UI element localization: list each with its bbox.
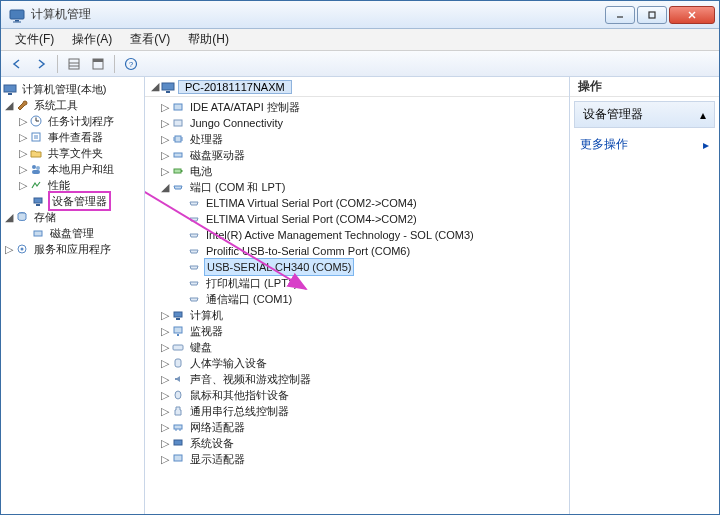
expand-icon[interactable]: ▷ bbox=[17, 113, 29, 129]
users-icon bbox=[29, 162, 43, 176]
collapse-icon[interactable]: ◢ bbox=[159, 179, 171, 195]
chevron-right-icon: ▸ bbox=[703, 138, 709, 152]
left-tree[interactable]: 计算机管理(本地) ◢ 系统工具 ▷任务计划程序 ▷事件查看器 ▷共享文件夹 bbox=[3, 81, 142, 257]
expand-icon[interactable]: ▷ bbox=[159, 115, 171, 131]
toolbar-view-icon[interactable] bbox=[64, 54, 84, 74]
expand-icon[interactable]: ▷ bbox=[159, 403, 171, 419]
maximize-button[interactable] bbox=[637, 6, 667, 24]
svg-point-50 bbox=[175, 391, 181, 399]
svg-rect-35 bbox=[174, 120, 182, 126]
expand-icon[interactable]: ▷ bbox=[159, 419, 171, 435]
performance-icon bbox=[29, 178, 43, 192]
expand-icon[interactable]: ▷ bbox=[17, 129, 29, 145]
dev-mouse[interactable]: ▷鼠标和其他指针设备 bbox=[145, 387, 569, 403]
dev-processor[interactable]: ▷处理器 bbox=[145, 131, 569, 147]
expand-icon[interactable]: ▷ bbox=[17, 145, 29, 161]
port-icon bbox=[171, 180, 185, 194]
dev-computer[interactable]: ▷计算机 bbox=[145, 307, 569, 323]
menu-file[interactable]: 文件(F) bbox=[7, 29, 62, 50]
back-button[interactable] bbox=[7, 54, 27, 74]
expand-icon[interactable]: ▷ bbox=[159, 147, 171, 163]
svg-rect-19 bbox=[32, 133, 40, 141]
close-button[interactable] bbox=[669, 6, 715, 24]
left-event-viewer[interactable]: ▷事件查看器 bbox=[3, 129, 142, 145]
port-item[interactable]: ELTIMA Virtual Serial Port (COM2->COM4) bbox=[145, 195, 569, 211]
dev-keyboard[interactable]: ▷键盘 bbox=[145, 339, 569, 355]
dev-display[interactable]: ▷显示适配器 bbox=[145, 451, 569, 467]
left-task-scheduler[interactable]: ▷任务计划程序 bbox=[3, 113, 142, 129]
expand-icon[interactable]: ▷ bbox=[159, 339, 171, 355]
left-shared-folders[interactable]: ▷共享文件夹 bbox=[3, 145, 142, 161]
left-services-apps[interactable]: ▷服务和应用程序 bbox=[3, 241, 142, 257]
dev-system[interactable]: ▷系统设备 bbox=[145, 435, 569, 451]
svg-rect-44 bbox=[174, 312, 182, 317]
svg-rect-1 bbox=[15, 20, 19, 22]
expand-icon[interactable]: ▷ bbox=[159, 387, 171, 403]
com-port-icon bbox=[187, 292, 201, 306]
mid-header-label[interactable]: PC-20181117NAXM bbox=[178, 80, 292, 94]
folder-icon bbox=[29, 146, 43, 160]
port-item[interactable]: ELTIMA Virtual Serial Port (COM4->COM2) bbox=[145, 211, 569, 227]
right-section-device-mgr[interactable]: 设备管理器 ▴ bbox=[574, 101, 715, 128]
forward-button[interactable] bbox=[31, 54, 51, 74]
content-area: 计算机管理(本地) ◢ 系统工具 ▷任务计划程序 ▷事件查看器 ▷共享文件夹 bbox=[1, 77, 719, 514]
dev-battery[interactable]: ▷电池 bbox=[145, 163, 569, 179]
toolbar-sep bbox=[57, 55, 58, 73]
port-item[interactable]: 通信端口 (COM1) bbox=[145, 291, 569, 307]
expand-icon[interactable]: ▷ bbox=[159, 451, 171, 467]
collapse-icon[interactable]: ◢ bbox=[3, 97, 15, 113]
expand-icon[interactable]: ▷ bbox=[159, 131, 171, 147]
dev-monitor[interactable]: ▷监视器 bbox=[145, 323, 569, 339]
svg-rect-31 bbox=[162, 83, 174, 90]
left-device-manager[interactable]: 设备管理器 bbox=[3, 193, 142, 209]
expand-icon[interactable]: ▷ bbox=[159, 323, 171, 339]
port-item[interactable]: Intel(R) Active Management Technology - … bbox=[145, 227, 569, 243]
device-tree[interactable]: ▷IDE ATA/ATAPI 控制器 ▷Jungo Connectivity ▷… bbox=[145, 97, 569, 469]
dev-network[interactable]: ▷网络适配器 bbox=[145, 419, 569, 435]
dev-jungo[interactable]: ▷Jungo Connectivity bbox=[145, 115, 569, 131]
port-item-ch340[interactable]: USB-SERIAL CH340 (COM5) bbox=[145, 259, 569, 275]
dev-ports[interactable]: ◢端口 (COM 和 LPT) bbox=[145, 179, 569, 195]
dev-ide[interactable]: ▷IDE ATA/ATAPI 控制器 bbox=[145, 99, 569, 115]
expand-icon[interactable]: ▷ bbox=[159, 163, 171, 179]
label: 磁盘驱动器 bbox=[188, 147, 247, 163]
menu-action[interactable]: 操作(A) bbox=[64, 29, 120, 50]
dev-disk-drive[interactable]: ▷磁盘驱动器 bbox=[145, 147, 569, 163]
minimize-button[interactable] bbox=[605, 6, 635, 24]
menu-bar: 文件(F) 操作(A) 查看(V) 帮助(H) bbox=[1, 29, 719, 51]
wrench-icon bbox=[15, 98, 29, 112]
expand-icon[interactable]: ▷ bbox=[159, 99, 171, 115]
left-storage[interactable]: ◢存储 bbox=[3, 209, 142, 225]
port-item[interactable]: 打印机端口 (LPT1) bbox=[145, 275, 569, 291]
dev-usb-bus[interactable]: ▷通用串行总线控制器 bbox=[145, 403, 569, 419]
label: Intel(R) Active Management Technology - … bbox=[204, 227, 476, 243]
expand-icon[interactable]: ▷ bbox=[17, 161, 29, 177]
expand-icon[interactable]: ▷ bbox=[159, 371, 171, 387]
system-icon bbox=[171, 436, 185, 450]
left-root[interactable]: 计算机管理(本地) bbox=[3, 81, 142, 97]
label: 本地用户和组 bbox=[46, 161, 116, 177]
left-local-users[interactable]: ▷本地用户和组 bbox=[3, 161, 142, 177]
dev-sound[interactable]: ▷声音、视频和游戏控制器 bbox=[145, 371, 569, 387]
collapse-icon[interactable]: ◢ bbox=[3, 209, 15, 225]
svg-rect-14 bbox=[4, 85, 16, 92]
left-system-tools[interactable]: ◢ 系统工具 bbox=[3, 97, 142, 113]
expand-icon[interactable]: ▷ bbox=[159, 355, 171, 371]
collapse-icon[interactable]: ◢ bbox=[149, 80, 161, 93]
menu-view[interactable]: 查看(V) bbox=[122, 29, 178, 50]
label: Jungo Connectivity bbox=[188, 115, 285, 131]
device-mgr-icon bbox=[31, 194, 45, 208]
toolbar-help-icon[interactable]: ? bbox=[121, 54, 141, 74]
expand-icon[interactable]: ▷ bbox=[3, 241, 15, 257]
expand-icon[interactable]: ▷ bbox=[17, 177, 29, 193]
port-item[interactable]: Prolific USB-to-Serial Comm Port (COM6) bbox=[145, 243, 569, 259]
expand-icon[interactable]: ▷ bbox=[159, 307, 171, 323]
menu-help[interactable]: 帮助(H) bbox=[180, 29, 237, 50]
dev-hid[interactable]: ▷人体学输入设备 bbox=[145, 355, 569, 371]
right-more-actions[interactable]: 更多操作 ▸ bbox=[570, 132, 719, 157]
left-disk-mgmt[interactable]: 磁盘管理 bbox=[3, 225, 142, 241]
toolbar-sep bbox=[114, 55, 115, 73]
toolbar-properties-icon[interactable] bbox=[88, 54, 108, 74]
expand-icon[interactable]: ▷ bbox=[159, 435, 171, 451]
disk-icon bbox=[31, 226, 45, 240]
